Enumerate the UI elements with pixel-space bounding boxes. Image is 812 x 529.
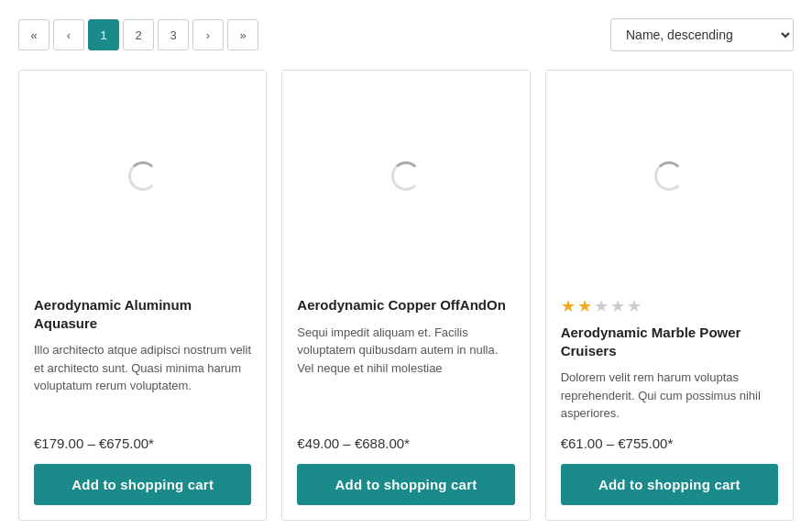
product-name-2: Aerodynamic Copper OffAndOn bbox=[297, 296, 514, 314]
pagination-page-2[interactable]: 2 bbox=[123, 19, 154, 50]
add-to-cart-button-2[interactable]: Add to shopping cart bbox=[297, 464, 514, 505]
product-image-area-3 bbox=[546, 71, 793, 281]
product-card-3: ★★★★★Aerodynamic Marble Power CruisersDo… bbox=[545, 70, 794, 521]
product-card-2: Aerodynamic Copper OffAndOnSequi impedit… bbox=[281, 70, 530, 521]
star-2: ★ bbox=[577, 296, 592, 316]
product-grid: Aerodynamic Aluminum AquasureIllo archit… bbox=[18, 70, 794, 521]
product-price-2: €49.00 – €688.00* bbox=[297, 435, 514, 451]
product-image-area-2 bbox=[282, 71, 529, 281]
product-name-3: Aerodynamic Marble Power Cruisers bbox=[561, 324, 778, 359]
product-stars-3: ★★★★★ bbox=[561, 296, 778, 316]
product-info-3: ★★★★★Aerodynamic Marble Power CruisersDo… bbox=[546, 281, 793, 520]
loading-spinner-1 bbox=[128, 161, 158, 191]
pagination-first[interactable]: « bbox=[18, 19, 49, 50]
product-description-2: Sequi impedit aliquam et. Facilis volupt… bbox=[297, 324, 514, 423]
add-to-cart-button-3[interactable]: Add to shopping cart bbox=[561, 464, 778, 505]
star-5: ★ bbox=[627, 296, 642, 316]
product-image-area-1 bbox=[19, 71, 266, 281]
product-card-1: Aerodynamic Aluminum AquasureIllo archit… bbox=[18, 70, 267, 521]
pagination-page-3[interactable]: 3 bbox=[158, 19, 189, 50]
pagination-prev[interactable]: ‹ bbox=[53, 19, 84, 50]
loading-spinner-3 bbox=[654, 161, 684, 191]
product-description-1: Illo architecto atque adipisci nostrum v… bbox=[34, 341, 251, 423]
pagination-next[interactable]: › bbox=[192, 19, 224, 50]
product-name-1: Aerodynamic Aluminum Aquasure bbox=[34, 296, 251, 332]
pagination-page-1[interactable]: 1 bbox=[88, 19, 119, 50]
star-1: ★ bbox=[561, 296, 576, 316]
product-info-1: Aerodynamic Aluminum AquasureIllo archit… bbox=[19, 281, 266, 520]
product-price-3: €61.00 – €755.00* bbox=[561, 435, 778, 451]
star-3: ★ bbox=[594, 296, 609, 316]
product-description-3: Dolorem velit rem harum voluptas reprehe… bbox=[561, 369, 778, 423]
sort-select[interactable]: Name, ascending Name, descending Price, … bbox=[610, 18, 794, 51]
pagination: « ‹ 1 2 3 › » bbox=[18, 19, 258, 50]
pagination-last[interactable]: » bbox=[227, 19, 258, 50]
product-info-2: Aerodynamic Copper OffAndOnSequi impedit… bbox=[282, 281, 529, 520]
product-price-1: €179.00 – €675.00* bbox=[34, 435, 251, 451]
loading-spinner-2 bbox=[391, 161, 421, 191]
add-to-cart-button-1[interactable]: Add to shopping cart bbox=[34, 464, 251, 505]
star-4: ★ bbox=[610, 296, 625, 316]
top-bar: « ‹ 1 2 3 › » Name, ascending Name, desc… bbox=[18, 18, 794, 51]
